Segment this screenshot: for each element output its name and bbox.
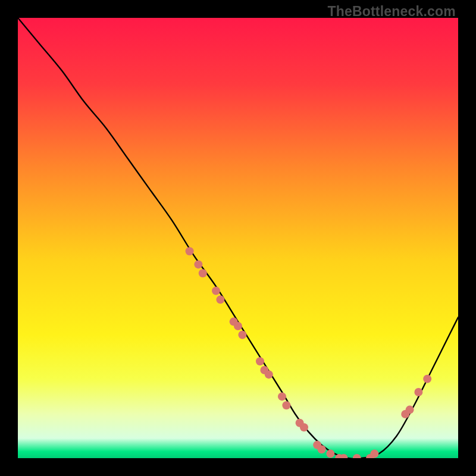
bottleneck-curve [18,18,458,458]
highlight-point [238,331,246,339]
highlight-point [212,287,220,295]
highlight-point [300,423,308,431]
highlight-point [414,388,422,396]
highlight-point [370,450,378,458]
highlight-points-group [186,247,432,458]
highlight-point [199,269,207,277]
highlight-point [265,370,273,378]
highlight-point [282,401,290,409]
highlight-point [186,247,194,255]
watermark-text: TheBottleneck.com [327,4,456,20]
highlight-point [318,445,326,453]
highlight-point [216,296,224,304]
highlight-point [326,450,334,458]
highlight-point [406,406,414,414]
highlight-point [194,260,202,268]
highlight-point [423,375,431,383]
chart-plot-area [18,18,458,458]
chart-frame [18,18,458,458]
highlight-point [278,392,286,400]
highlight-point [256,357,264,365]
chart-curve-layer [18,18,458,458]
highlight-point [234,322,242,330]
highlight-point [353,454,361,458]
